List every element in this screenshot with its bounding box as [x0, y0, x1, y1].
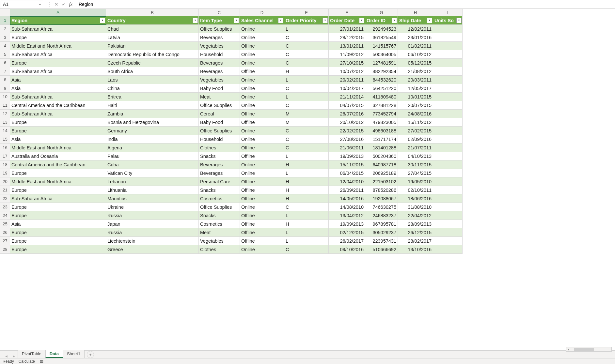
fx-icon[interactable]: fx	[67, 1, 74, 8]
formula-input[interactable]	[76, 1, 615, 8]
name-box[interactable]: A1 ▾	[1, 1, 43, 8]
separator: ⋮	[46, 1, 53, 8]
formula-bar: A1 ▾ ⋮ ✕ ✓ fx	[0, 0, 615, 9]
name-box-value: A1	[3, 2, 8, 7]
enter-icon[interactable]: ✓	[60, 1, 67, 8]
cancel-icon[interactable]: ✕	[53, 1, 60, 8]
chevron-down-icon: ▾	[39, 3, 41, 6]
